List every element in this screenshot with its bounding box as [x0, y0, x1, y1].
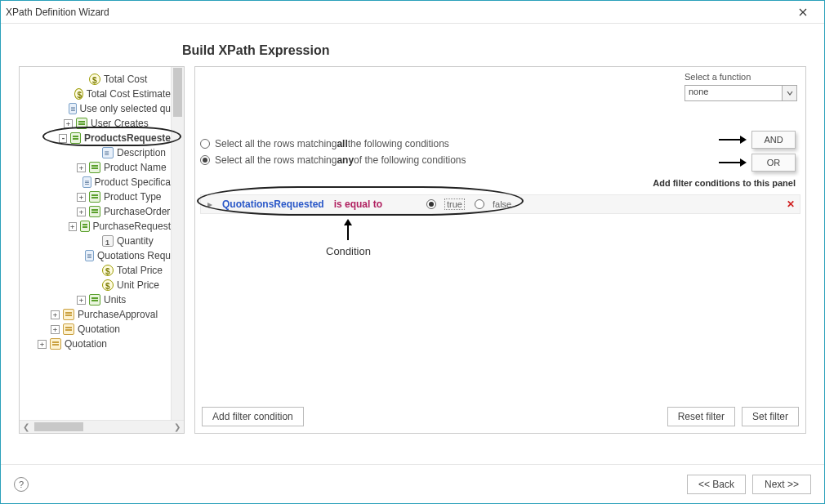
tree-item[interactable]: +PurchaseApproval [21, 307, 171, 322]
scroll-right-icon[interactable]: ❯ [171, 422, 184, 431]
function-row: Select a function none [685, 72, 797, 101]
tree-h-scrollbar[interactable]: ❮ ❯ [20, 420, 184, 433]
add-filter-button[interactable]: Add filter condition [202, 407, 304, 426]
tree-item-label: Total Price [117, 263, 163, 278]
radio-true[interactable] [426, 199, 436, 209]
chevron-down-icon [787, 90, 793, 96]
tree-item[interactable]: Total Cost [21, 72, 171, 87]
expand-icon[interactable]: + [77, 296, 86, 305]
tree: Total CostTotal Cost EstimateUse only se… [20, 67, 171, 356]
back-button[interactable]: << Back [687, 475, 746, 494]
field-icon [89, 206, 100, 217]
scroll-left-icon[interactable]: ❮ [20, 422, 33, 431]
expand-icon[interactable]: + [69, 222, 77, 231]
tree-item[interactable]: Quotations Requ [21, 248, 171, 263]
or-button[interactable]: OR [751, 154, 796, 172]
tree-item-label: Unit Price [117, 278, 159, 292]
entity-icon [50, 338, 61, 350]
tree-item[interactable]: Use only selected qu [21, 101, 171, 116]
wizard-window: XPath Definition Wizard Build XPath Expr… [0, 0, 825, 504]
expand-icon[interactable]: + [77, 163, 86, 172]
tree-item-label: Total Cost [104, 72, 147, 87]
tree-item[interactable]: Total Cost Estimate [21, 87, 171, 101]
condition-row[interactable]: ▸ QuotationsRequested is equal to true f… [200, 194, 800, 214]
tree-item-label: Product Name [104, 160, 167, 175]
collapse-icon[interactable]: - [59, 134, 67, 143]
condition-field[interactable]: QuotationsRequested [222, 198, 324, 210]
tree-item[interactable]: +PurchaseOrder [21, 204, 171, 219]
text-icon [82, 176, 91, 188]
dollar-icon [102, 279, 114, 291]
tree-item[interactable]: +Quotation [21, 322, 171, 337]
expand-icon[interactable]: + [77, 193, 86, 202]
function-label: Select a function [685, 72, 797, 82]
expand-icon[interactable]: + [77, 207, 86, 216]
function-dropdown-button[interactable] [783, 85, 797, 101]
expand-icon[interactable]: + [51, 310, 60, 319]
match-all-post: the following conditions [348, 138, 449, 149]
tree-item[interactable]: Total Price [21, 263, 171, 278]
tree-viewport[interactable]: Total CostTotal Cost EstimateUse only se… [20, 67, 171, 420]
match-any-row[interactable]: Select all the rows matching any of the … [200, 152, 797, 168]
text-icon [85, 250, 94, 261]
delete-condition-button[interactable]: ✕ [787, 198, 795, 210]
next-button[interactable]: Next >> [752, 475, 811, 494]
function-select[interactable]: none [685, 85, 797, 101]
filter-action-buttons: Reset filter Set filter [667, 407, 799, 426]
tree-v-scrollbar[interactable] [171, 67, 184, 420]
field-icon [89, 294, 100, 306]
tree-item[interactable]: +PurchaseRequest [21, 219, 171, 234]
radio-false[interactable] [475, 199, 484, 209]
tree-panel: Total CostTotal Cost EstimateUse only se… [19, 66, 185, 434]
tree-item[interactable]: +Product Name [21, 160, 171, 175]
tree-item-label: Product Specifica [95, 175, 171, 190]
expander-icon[interactable]: ▸ [207, 198, 212, 210]
tree-item-label: PurchaseApproval [78, 307, 158, 322]
match-all-pre: Select all the rows matching [215, 138, 337, 149]
tree-item[interactable]: Description [21, 145, 171, 160]
tree-h-thumb[interactable] [34, 422, 83, 431]
arrow-to-and-icon [719, 134, 747, 145]
tree-item-label: Quotation [65, 337, 107, 351]
match-any-pre: Select all the rows matching [215, 154, 337, 166]
tree-item-label: Use only selected qu [80, 101, 171, 116]
radio-all[interactable] [200, 139, 210, 149]
tree-spacer [74, 252, 81, 261]
tree-item[interactable]: -ProductsRequeste [21, 131, 171, 145]
condition-caption: Condition [326, 245, 371, 257]
tree-item-label: User Creates [91, 116, 149, 131]
radio-any[interactable] [200, 155, 210, 165]
tree-spacer [64, 90, 70, 99]
tree-item[interactable]: Quantity [21, 234, 171, 248]
condition-operator[interactable]: is equal to [334, 198, 382, 210]
page-heading: Build XPath Expression [182, 43, 806, 58]
tree-item[interactable]: Unit Price [21, 278, 171, 292]
tree-v-thumb[interactable] [173, 68, 182, 117]
one-icon [102, 235, 114, 247]
expand-icon[interactable]: + [64, 119, 73, 128]
and-button[interactable]: AND [751, 131, 796, 149]
content-area: Build XPath Expression Total CostTotal C… [1, 24, 824, 464]
tree-spacer [77, 75, 86, 84]
tree-item[interactable]: +Quotation [21, 337, 171, 351]
match-all-row[interactable]: Select all the rows matching all the fol… [200, 136, 797, 152]
tree-item-label: Quotations Requ [97, 248, 171, 263]
reset-filter-button[interactable]: Reset filter [667, 407, 735, 426]
help-button[interactable]: ? [14, 477, 29, 492]
title-bar: XPath Definition Wizard [1, 1, 824, 24]
tree-spacer [90, 237, 99, 246]
expand-icon[interactable]: + [51, 325, 60, 334]
tree-item[interactable]: Product Specifica [21, 175, 171, 190]
wizard-footer: ? << Back Next >> [1, 464, 824, 503]
condition-false-option[interactable]: false [475, 199, 511, 209]
svg-marker-3 [740, 158, 747, 167]
tree-item[interactable]: +User Creates [21, 116, 171, 131]
function-value: none [685, 85, 783, 101]
tree-item[interactable]: +Units [21, 292, 171, 307]
tree-item[interactable]: +Product Type [21, 190, 171, 204]
set-filter-button[interactable]: Set filter [742, 407, 799, 426]
close-button[interactable] [787, 4, 819, 20]
close-icon [799, 8, 807, 16]
expand-icon[interactable]: + [38, 340, 47, 349]
condition-true-option[interactable]: true [426, 198, 465, 210]
